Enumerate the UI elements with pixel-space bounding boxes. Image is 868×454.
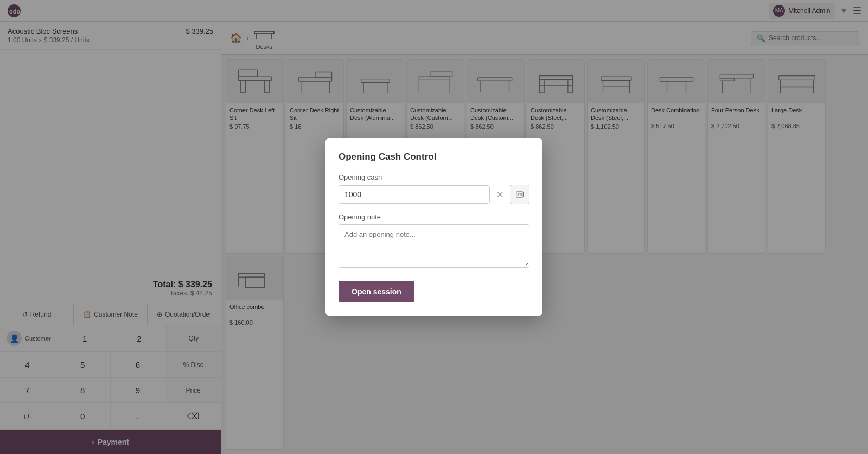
cash-input-row: ✕ (339, 185, 529, 204)
calculator-button[interactable] (510, 185, 529, 204)
opening-note-textarea[interactable] (339, 224, 529, 268)
opening-note-label: Opening note (339, 213, 529, 221)
modal: Opening Cash Control Opening cash ✕ Open… (326, 138, 542, 316)
cash-input[interactable] (339, 185, 490, 204)
modal-overlay: Opening Cash Control Opening cash ✕ Open… (0, 0, 868, 454)
svg-rect-45 (516, 192, 524, 197)
opening-cash-label: Opening cash (339, 173, 529, 181)
open-session-button[interactable]: Open session (339, 281, 414, 302)
clear-cash-button[interactable]: ✕ (494, 187, 506, 202)
modal-title: Opening Cash Control (339, 152, 529, 162)
calculator-icon (516, 190, 524, 199)
